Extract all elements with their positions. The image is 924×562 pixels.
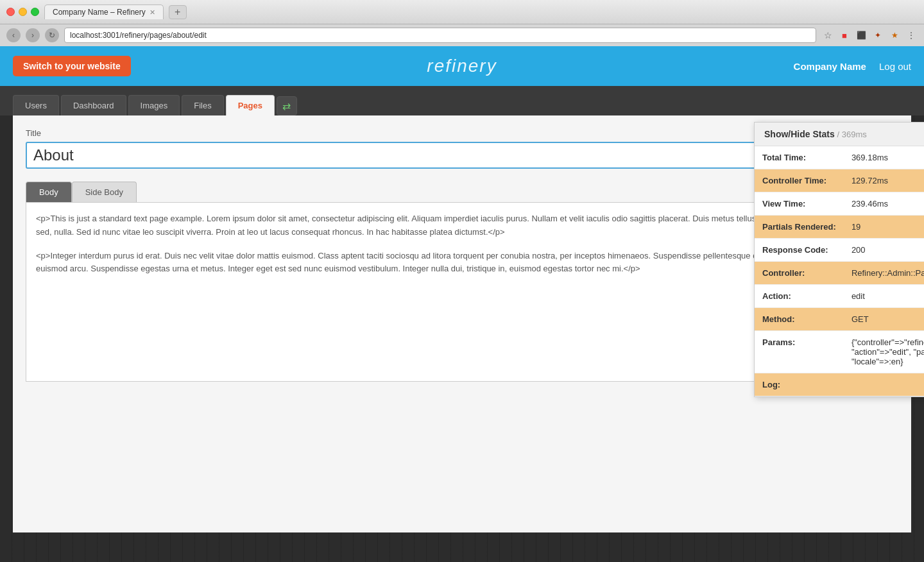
stats-value-controller: Refinery::Admin::PagesController [844, 262, 924, 285]
stats-row-controller-time: Controller Time: 129.72ms [755, 169, 924, 192]
nav-images[interactable]: Images [128, 95, 180, 115]
reload-button[interactable]: ↻ [45, 28, 59, 42]
logo-text: refinery [427, 56, 497, 76]
traffic-lights [6, 8, 39, 16]
top-nav-right: Company Name Log out [794, 61, 911, 72]
browser-titlebar: Company Name – Refinery ✕ + [0, 0, 924, 24]
stats-value-params: {"controller"=>"refinery/admin/pages", "… [844, 331, 924, 373]
close-window-button[interactable] [6, 8, 15, 16]
stats-label-method: Method: [755, 308, 844, 331]
new-tab-icon: + [175, 6, 180, 18]
refinery-logo: refinery [427, 56, 497, 76]
stats-row-action: Action: edit [755, 285, 924, 308]
stats-row-controller: Controller: Refinery::Admin::PagesContro… [755, 262, 924, 285]
nav-files[interactable]: Files [182, 95, 223, 115]
main-content: Title Body Side Body <p>This is just a s… [13, 115, 911, 532]
stats-table: Total Time: 369.18ms Controller Time: 12… [755, 146, 924, 396]
stats-label-total-time: Total Time: [755, 146, 844, 169]
stats-row-params: Params: {"controller"=>"refinery/admin/p… [755, 331, 924, 373]
stats-value-log [844, 373, 924, 396]
minimize-window-button[interactable] [19, 8, 27, 16]
top-nav: Switch to your website refinery Company … [0, 46, 924, 86]
bookmark-icon[interactable]: ☆ [821, 29, 834, 42]
forward-button[interactable]: › [26, 28, 40, 42]
stats-label-params: Params: [755, 331, 844, 373]
nav-pages[interactable]: Pages [226, 95, 275, 115]
extension-icon-1[interactable]: ■ [838, 29, 851, 42]
stats-row-partials: Partials Rendered: 19 [755, 216, 924, 239]
stats-label-partials: Partials Rendered: [755, 216, 844, 239]
tab-side-body[interactable]: Side Body [72, 182, 137, 202]
stats-value-response-code: 200 [844, 239, 924, 262]
extension-icon-2[interactable]: ⬛ [855, 29, 868, 42]
extension-icon-3[interactable]: ✦ [871, 29, 884, 42]
stats-label-view-time: View Time: [755, 192, 844, 216]
stats-label-controller-time: Controller Time: [755, 169, 844, 192]
stats-row-view-time: View Time: 239.46ms [755, 192, 924, 216]
stats-row-response-code: Response Code: 200 [755, 239, 924, 262]
stats-label-response-code: Response Code: [755, 239, 844, 262]
stats-header: Show/Hide Stats / 369ms [755, 123, 924, 146]
stats-title: Show/Hide Stats [764, 129, 835, 139]
logout-link[interactable]: Log out [879, 61, 911, 72]
stats-row-method: Method: GET [755, 308, 924, 331]
stats-panel: Show/Hide Stats / 369ms Total Time: 369.… [754, 122, 924, 397]
app-wrapper: Switch to your website refinery Company … [0, 46, 924, 562]
stats-value-action: edit [844, 285, 924, 308]
stats-row-total-time: Total Time: 369.18ms [755, 146, 924, 169]
exchange-icon: ⇄ [282, 100, 291, 112]
secondary-nav: Users Dashboard Images Files Pages ⇄ [0, 86, 924, 115]
browser-addressbar-row: ‹ › ↻ ☆ ■ ⬛ ✦ ★ ⋮ [0, 24, 924, 46]
nav-extra-icon[interactable]: ⇄ [277, 96, 297, 115]
stats-row-log: Log: [755, 373, 924, 396]
stats-label-log: Log: [755, 373, 844, 396]
stats-value-partials: 19 [844, 216, 924, 239]
tab-close-icon[interactable]: ✕ [150, 8, 155, 17]
browser-window: Company Name – Refinery ✕ + ‹ › ↻ ☆ ■ ⬛ … [0, 0, 924, 562]
back-button[interactable]: ‹ [6, 28, 21, 42]
tab-title: Company Name – Refinery [53, 8, 146, 17]
new-tab-button[interactable]: + [169, 5, 187, 19]
stats-value-controller-time: 129.72ms [844, 169, 924, 192]
extension-icon-4[interactable]: ★ [888, 29, 901, 42]
nav-users[interactable]: Users [13, 95, 59, 115]
stats-time: / 369ms [837, 130, 867, 139]
nav-dashboard[interactable]: Dashboard [61, 95, 126, 115]
stats-label-controller: Controller: [755, 262, 844, 285]
stats-value-view-time: 239.46ms [844, 192, 924, 216]
address-bar[interactable] [64, 28, 816, 43]
browser-tab[interactable]: Company Name – Refinery ✕ [44, 4, 164, 19]
tab-body[interactable]: Body [26, 182, 72, 202]
settings-icon[interactable]: ⋮ [905, 29, 918, 42]
stats-label-action: Action: [755, 285, 844, 308]
stats-value-method: GET [844, 308, 924, 331]
maximize-window-button[interactable] [31, 8, 39, 16]
stats-value-total-time: 369.18ms [844, 146, 924, 169]
browser-actions: ☆ ■ ⬛ ✦ ★ ⋮ [821, 29, 918, 42]
switch-to-website-button[interactable]: Switch to your website [13, 56, 131, 76]
company-name: Company Name [794, 61, 866, 72]
